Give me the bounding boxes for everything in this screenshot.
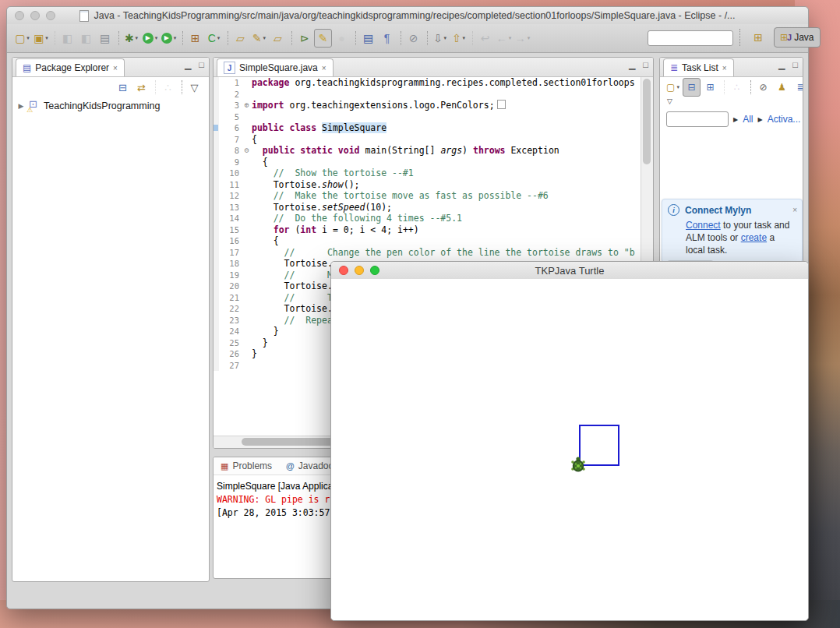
- annotation-bar: [214, 100, 219, 111]
- close-icon[interactable]: ×: [322, 64, 326, 72]
- filter-activate-link[interactable]: Activa...: [768, 114, 801, 125]
- quick-access-input[interactable]: [648, 30, 733, 46]
- open-perspective-button[interactable]: ⊞: [747, 28, 769, 47]
- show-whitespace-icon[interactable]: ¶: [378, 29, 396, 48]
- mylyn-title: Connect Mylyn: [685, 205, 787, 216]
- brush-icon[interactable]: ✎▾: [250, 29, 268, 48]
- close-traffic-light[interactable]: [15, 11, 24, 20]
- vertical-scrollbar-thumb[interactable]: [643, 79, 651, 164]
- maximize-icon[interactable]: □: [199, 60, 204, 70]
- fold-bar: [242, 235, 252, 247]
- new-java-project-icon[interactable]: ⊞: [186, 29, 204, 48]
- new-class-icon[interactable]: C▾: [205, 29, 223, 48]
- close-icon[interactable]: ×: [722, 64, 727, 72]
- link-with-editor-icon[interactable]: ⇄: [132, 78, 150, 97]
- annotation-bar: [214, 337, 219, 349]
- code-line: 15 for (int i = 0; i < 4; i++): [214, 224, 641, 236]
- minimize-traffic-light[interactable]: [30, 11, 40, 20]
- fold-bar: [242, 360, 252, 372]
- minimize-icon[interactable]: ▁: [629, 60, 635, 70]
- tab-problems[interactable]: ▦Problems: [214, 460, 279, 471]
- filter-all-arrow-icon: ▶: [733, 116, 738, 123]
- fold-bar: [242, 213, 252, 224]
- horizontal-scrollbar-thumb[interactable]: [242, 438, 338, 446]
- zoom-traffic-light[interactable]: [370, 266, 379, 275]
- line-number: 18: [219, 258, 242, 270]
- close-icon[interactable]: ×: [113, 64, 118, 72]
- minimize-icon[interactable]: ▁: [185, 60, 191, 70]
- panel-controls: ▁ □: [185, 60, 204, 70]
- show-source-icon[interactable]: ▤: [359, 29, 377, 48]
- previous-annotation-icon[interactable]: ⇧▾: [450, 29, 468, 48]
- package-explorer-tree: ▶ ⊡⚠ TeachingKidsProgramming: [12, 97, 209, 112]
- line-number: 12: [219, 190, 242, 202]
- minimize-icon[interactable]: ▁: [778, 60, 785, 70]
- annotation-bar: [214, 157, 219, 168]
- view-menu-chevron[interactable]: ▽: [660, 97, 803, 109]
- show-scheduled-icon[interactable]: ⊞: [701, 78, 719, 97]
- code-line: 17 // Change the pen color of the line t…: [214, 247, 641, 259]
- collapse-list-icon[interactable]: ≣: [792, 78, 803, 97]
- minimize-traffic-light[interactable]: [355, 266, 364, 275]
- turtle-titlebar[interactable]: TKPJava Turtle: [331, 262, 808, 280]
- last-edit-location-icon: ↩: [476, 29, 494, 48]
- open-folder-icon[interactable]: ▱: [269, 29, 287, 48]
- disclosure-triangle-icon[interactable]: ▶: [17, 102, 25, 110]
- annotation-bar: [214, 258, 219, 270]
- run-icon[interactable]: ▶▾: [141, 29, 159, 48]
- line-number: 21: [219, 292, 242, 304]
- filter-all-link[interactable]: All: [743, 114, 753, 125]
- create-link[interactable]: create: [741, 232, 767, 243]
- new-wizard-icon[interactable]: ▣▾: [32, 29, 50, 48]
- line-number: 15: [219, 224, 242, 236]
- fold-toggle-icon[interactable]: ⊖: [242, 145, 252, 157]
- maximize-icon[interactable]: □: [643, 60, 648, 70]
- java-perspective-button[interactable]: ⊞ J Java: [774, 27, 821, 48]
- code-line: 6public class SimpleSquare: [214, 122, 641, 134]
- eclipse-titlebar[interactable]: Java - TeachingKidsProgramming/src/main/…: [7, 7, 808, 25]
- link-with-editor-icon[interactable]: ⊘: [404, 29, 422, 48]
- line-number: 19: [219, 270, 242, 281]
- annotation-bar: [214, 348, 219, 360]
- close-icon[interactable]: ×: [792, 206, 797, 214]
- task-search-input[interactable]: [666, 111, 729, 127]
- fold-toggle-icon[interactable]: ⊕: [242, 100, 252, 111]
- show-categorized-icon[interactable]: ⊟: [683, 78, 701, 97]
- next-annotation-icon[interactable]: ⇩▾: [431, 29, 449, 48]
- tkpjava-turtle-window: TKPJava Turtle: [330, 261, 809, 621]
- line-number: 8: [219, 145, 242, 157]
- annotation-bar: [214, 315, 219, 326]
- java-project-icon: ⊡⚠: [28, 100, 41, 111]
- collapse-all-icon[interactable]: ⊟: [114, 78, 132, 97]
- open-task-icon[interactable]: ▱: [231, 29, 249, 48]
- zoom-traffic-light[interactable]: [46, 11, 55, 20]
- fold-bar: [242, 190, 252, 202]
- fold-bar: [242, 89, 252, 101]
- maximize-icon[interactable]: □: [792, 60, 798, 70]
- line-number: 9: [219, 157, 242, 168]
- focus-people-icon[interactable]: ♟: [773, 78, 791, 97]
- open-artifact-icon[interactable]: ⊳: [295, 29, 313, 48]
- tab-simplesquare-java[interactable]: J SimpleSquare.java ×: [217, 58, 334, 76]
- new-task-icon[interactable]: ▢▾: [664, 78, 682, 97]
- print-icon[interactable]: ▤: [96, 29, 114, 48]
- tab-package-explorer[interactable]: ▤ Package Explorer ×: [16, 58, 125, 76]
- line-number: 17: [219, 247, 242, 259]
- code-line: 9 {: [214, 157, 641, 168]
- line-number: 25: [219, 337, 242, 349]
- view-menu-icon[interactable]: ▽: [185, 78, 203, 97]
- debug-icon[interactable]: ✱▾: [122, 29, 140, 48]
- info-icon: i: [668, 204, 679, 216]
- highlighter-icon[interactable]: ✎: [314, 29, 332, 48]
- fold-bar: [242, 258, 252, 270]
- tree-item-project[interactable]: ▶ ⊡⚠ TeachingKidsProgramming: [17, 99, 209, 112]
- tab-task-list[interactable]: ≣ Task List ×: [663, 58, 734, 76]
- new-file-icon[interactable]: ▢▾: [13, 29, 31, 48]
- run-history-icon[interactable]: ▶▾: [160, 29, 178, 48]
- java-file-icon: J: [224, 62, 235, 74]
- annotation-bar: [214, 326, 219, 337]
- connect-link[interactable]: Connect: [686, 220, 721, 231]
- filter-completed-icon[interactable]: ⊘: [754, 78, 772, 97]
- close-traffic-light[interactable]: [339, 266, 348, 275]
- task-list-tabstrip: ≣ Task List × ▁ □: [660, 58, 803, 77]
